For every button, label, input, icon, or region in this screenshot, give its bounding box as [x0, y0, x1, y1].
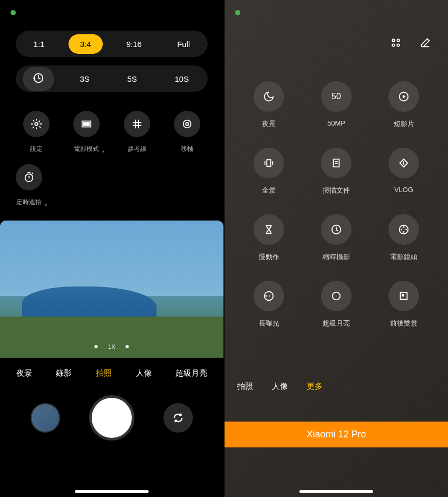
- 50mp-label: 50MP: [327, 119, 345, 127]
- tilt-shift-button[interactable]: [174, 111, 200, 137]
- night-mode-button[interactable]: [254, 81, 284, 112]
- shortvideo-label: 短影片: [394, 119, 414, 129]
- timelapse-button[interactable]: [321, 214, 352, 245]
- moon-icon: [263, 91, 275, 102]
- quick-actions-2: 定時連拍: [0, 159, 223, 221]
- camera-viewfinder[interactable]: 1X: [0, 221, 223, 358]
- ratio-1-1[interactable]: 1:1: [22, 34, 56, 54]
- camera-active-indicator: [11, 10, 16, 15]
- status-bar: [0, 0, 223, 25]
- svg-point-16: [403, 231, 405, 233]
- movie-mode-button[interactable]: [73, 111, 100, 137]
- mode-supermoon[interactable]: 超級月亮: [176, 368, 207, 378]
- mode-item-document: 掃描文件: [308, 148, 365, 195]
- history-icon: [33, 72, 44, 84]
- zoom-dot-wide: [94, 345, 98, 348]
- layout-button[interactable]: [389, 36, 403, 50]
- slowmo-label: 慢動作: [259, 252, 279, 262]
- quick-actions: 設定 電影模式 參考線 移軸: [0, 100, 223, 159]
- timed-burst-label: 定時連拍: [16, 198, 42, 207]
- tilt-shift-label: 移軸: [181, 145, 193, 154]
- svg-point-18: [405, 229, 407, 231]
- mode-item-vlog: VLOG: [375, 148, 432, 195]
- vlog-label: VLOG: [394, 186, 413, 194]
- longexposure-label: 長曝光: [259, 319, 279, 328]
- mode-video[interactable]: 錄影: [56, 368, 72, 378]
- settings-button[interactable]: [23, 111, 50, 137]
- grid-dots-icon: [390, 37, 402, 49]
- slowmo-button[interactable]: [254, 214, 284, 245]
- device-banner: Xiaomi 12 Pro: [225, 422, 448, 447]
- mode-item-longexposure: 長曝光: [240, 281, 297, 328]
- svg-rect-1: [83, 122, 90, 126]
- svg-point-20: [333, 292, 340, 300]
- mode-item-50mp: 50 50MP: [308, 81, 365, 129]
- tilt-shift-action: 移軸: [167, 111, 208, 154]
- gridlines-label: 參考線: [128, 145, 147, 154]
- shortvideo-button[interactable]: [388, 81, 419, 112]
- ratio-9-16[interactable]: 9:16: [115, 34, 153, 54]
- edit-icon: [420, 37, 431, 49]
- zoom-dot-tele: [126, 345, 129, 348]
- svg-rect-11: [267, 160, 270, 167]
- settings-action: 設定: [16, 111, 57, 154]
- tab-photo[interactable]: 拍照: [237, 381, 253, 391]
- status-bar: [225, 0, 448, 25]
- clock-icon: [330, 224, 342, 235]
- ratio-full[interactable]: Full: [165, 34, 201, 54]
- mode-item-timelapse: 縮時攝影: [308, 214, 365, 262]
- svg-point-9: [397, 44, 400, 46]
- shutter-button[interactable]: [89, 395, 134, 441]
- vlog-button[interactable]: [388, 148, 419, 178]
- film-reel-icon: [398, 224, 410, 235]
- dualview-button[interactable]: [388, 281, 419, 311]
- switch-camera-button[interactable]: [163, 403, 193, 433]
- ratio-3-4[interactable]: 3:4: [69, 34, 103, 54]
- svg-point-0: [35, 122, 38, 126]
- svg-point-3: [183, 120, 191, 128]
- panorama-button[interactable]: [254, 148, 284, 178]
- home-indicator[interactable]: [299, 490, 373, 493]
- timed-burst-action: 定時連拍: [16, 164, 42, 207]
- gridlines-button[interactable]: [124, 111, 150, 137]
- movielens-button[interactable]: [388, 214, 419, 245]
- camera-screen-left: 1:1 3:4 9:16 Full 3S 5S 10S 設定 電影模式: [0, 0, 223, 497]
- night-label: 夜景: [262, 119, 276, 129]
- home-indicator[interactable]: [75, 490, 149, 493]
- camera-screen-right: 夜景 50 50MP 短影片 全景 掃描文件 VLOG 慢動作 縮時攝影: [225, 0, 448, 497]
- timer-5s[interactable]: 5S: [115, 69, 148, 89]
- zoom-level: 1X: [108, 343, 115, 350]
- mode-portrait[interactable]: 人像: [136, 368, 152, 378]
- gallery-thumbnail[interactable]: [31, 403, 60, 433]
- movie-icon: [81, 118, 92, 130]
- tab-portrait[interactable]: 人像: [272, 381, 288, 391]
- panorama-icon: [263, 157, 275, 169]
- svg-point-15: [403, 226, 405, 228]
- timer-3s[interactable]: 3S: [68, 69, 101, 89]
- mode-photo[interactable]: 拍照: [96, 368, 112, 378]
- svg-point-6: [392, 39, 395, 42]
- switch-camera-icon: [172, 412, 184, 424]
- timed-burst-button[interactable]: [16, 164, 42, 190]
- document-button[interactable]: [321, 148, 352, 178]
- timer-10s[interactable]: 10S: [163, 69, 200, 89]
- svg-point-8: [392, 44, 395, 46]
- timer-off[interactable]: [23, 67, 54, 91]
- panorama-label: 全景: [262, 186, 276, 195]
- 50mp-button[interactable]: 50: [321, 81, 352, 112]
- mode-item-supermoon: 超級月亮: [308, 281, 365, 328]
- vlog-icon: [398, 157, 410, 169]
- more-modes-grid: 夜景 50 50MP 短影片 全景 掃描文件 VLOG 慢動作 縮時攝影: [225, 55, 448, 339]
- movie-mode-label: 電影模式: [74, 145, 99, 154]
- grid-icon: [131, 118, 143, 130]
- mode-night[interactable]: 夜景: [16, 368, 32, 378]
- supermoon-button[interactable]: [321, 281, 352, 311]
- zoom-indicator[interactable]: 1X: [94, 343, 129, 350]
- capture-modes: 夜景 錄影 拍照 人像 超級月亮: [0, 358, 223, 389]
- svg-point-5: [25, 174, 33, 182]
- aspect-ratio-selector: 1:1 3:4 9:16 Full: [16, 31, 208, 57]
- tab-more[interactable]: 更多: [307, 381, 323, 391]
- gridlines-action: 參考線: [116, 111, 158, 154]
- edit-button[interactable]: [418, 36, 432, 50]
- longexposure-button[interactable]: [254, 281, 284, 311]
